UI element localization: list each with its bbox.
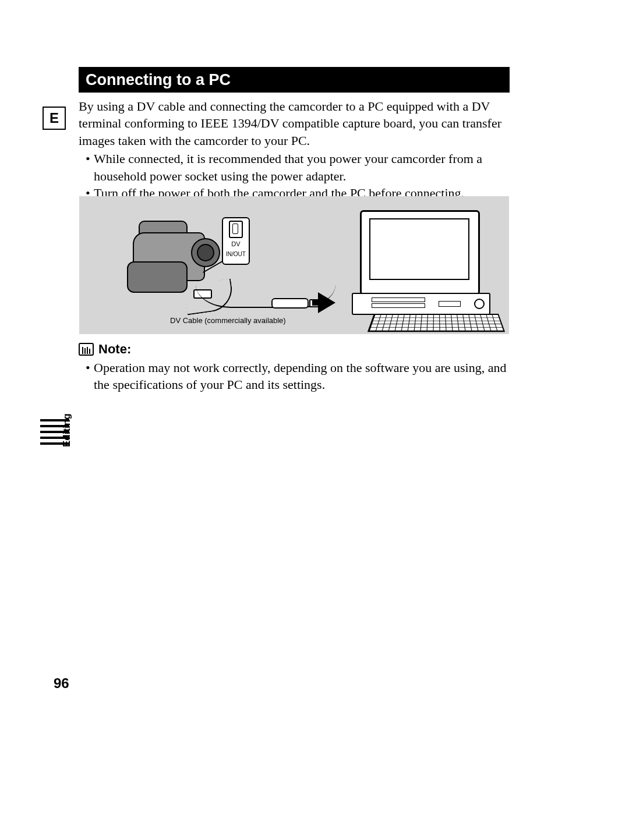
intro-paragraph: By using a DV cable and connecting the c…	[79, 98, 510, 149]
note-section: Note: Operation may not work correctly, …	[79, 342, 510, 394]
dv-inout-label: IN/OUT	[223, 251, 249, 257]
dv-port-callout: DV IN/OUT	[222, 217, 250, 265]
manual-page: Connecting to a PC E By using a DV cable…	[0, 0, 629, 840]
note-heading: Note:	[79, 342, 510, 357]
cable-caption: DV Cable (commercially available)	[170, 316, 286, 325]
intro-bullet: While connected, it is recommended that …	[86, 150, 510, 185]
dv-port-icon	[229, 221, 243, 238]
side-chapter-tab: Editing	[40, 419, 69, 483]
connection-diagram: DV IN/OUT DV Cable (commercially availab…	[79, 196, 509, 334]
note-bullet-list: Operation may not work correctly, depend…	[79, 359, 510, 394]
page-number: 96	[54, 675, 69, 692]
cable-ferrite	[271, 298, 309, 309]
note-icon	[79, 343, 94, 356]
pc-illustration	[337, 210, 500, 329]
signal-arrow-icon	[318, 292, 335, 313]
note-heading-text: Note:	[98, 342, 131, 357]
side-tab-label: Editing	[61, 413, 73, 447]
page-title: Connecting to a PC	[79, 67, 510, 93]
dv-label: DV	[223, 240, 249, 247]
note-bullet: Operation may not work correctly, depend…	[86, 359, 510, 394]
section-marker-e: E	[43, 107, 66, 130]
